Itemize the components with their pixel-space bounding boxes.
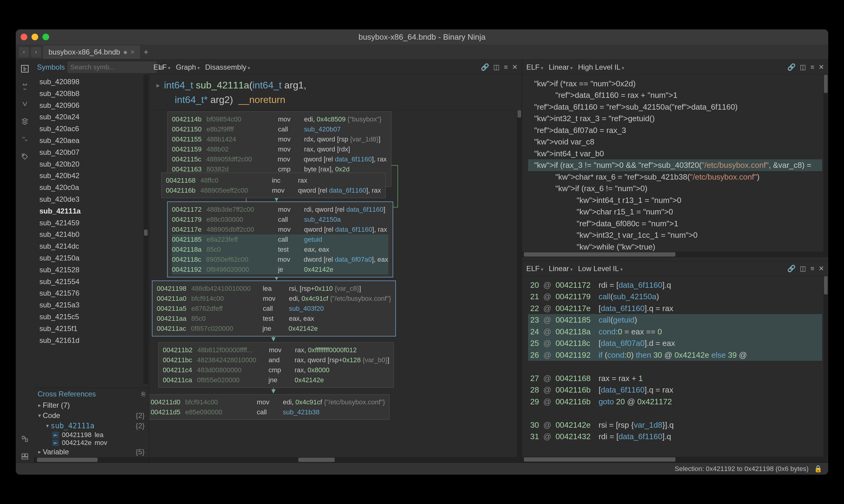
llil-line[interactable]: 22@0042117e[data_6f1160].q = rax [528, 303, 822, 314]
split-icon[interactable]: ◫ [800, 265, 806, 273]
close-pane-icon[interactable]: ✕ [819, 265, 824, 273]
asm-line[interactable]: 0042115c488905fdff2c00movqword [rel data… [172, 154, 387, 164]
symbol-item[interactable]: sub_4215a3 [34, 299, 149, 311]
symbol-item[interactable]: sub_42111a [34, 205, 149, 217]
symbol-item[interactable]: sub_420b07 [34, 147, 149, 158]
view-select[interactable]: Linear▾ [549, 63, 573, 71]
format-select[interactable]: ELF▾ [526, 265, 543, 273]
graph-vscroll[interactable] [517, 110, 522, 457]
menu-icon[interactable]: ≡ [810, 63, 814, 71]
llil-line[interactable]: 20@00421172rdi = [data_6f1160].q [528, 279, 822, 291]
split-icon[interactable]: ◫ [800, 63, 806, 71]
asm-line[interactable]: 0042117e488905dbff2c00movqword [rel data… [172, 224, 389, 234]
file-tab[interactable]: busybox-x86_64.bndb ● × [43, 46, 140, 59]
hlil-code[interactable]: "kw">if (*rax == "num">0x2d)"ref">data_6… [522, 75, 828, 252]
hlil-line[interactable]: "kw">char* rax_6 = "ref">sub_421b38("/et… [528, 171, 822, 183]
symbol-item[interactable]: sub_4215c5 [34, 311, 149, 323]
hlil-line[interactable]: "kw">int32_t var_1cc_1 = "num">0 [528, 229, 822, 241]
symbol-item[interactable]: sub_421528 [34, 264, 149, 276]
llil-line[interactable]: 23@00421185call(getuid) [528, 314, 822, 326]
llil-line[interactable]: 31@00421432rdi = [data_6f1160].q [528, 431, 822, 442]
xref-hscroll[interactable] [34, 457, 149, 463]
symbol-item[interactable]: sub_421459 [34, 217, 149, 229]
zoom-window-button[interactable] [42, 34, 49, 40]
symbol-item[interactable]: sub_42150a [34, 252, 149, 264]
xref-export-icon[interactable]: ⎘ [142, 391, 145, 398]
asm-line[interactable]: 004211d0bfcf914c00movedi, 0x4c91cf {"/et… [151, 397, 385, 407]
memory-map-icon[interactable] [19, 433, 31, 445]
minimize-window-button[interactable] [32, 34, 38, 40]
asm-line[interactable]: 00421185e8a223feffcallgetuid [172, 234, 389, 245]
pane-resizer[interactable]: ····· [522, 257, 828, 261]
xref-code-row[interactable]: ▾Code {2} [34, 410, 149, 421]
asm-line[interactable]: 00421150e8b2f9ffffcallsub_420b07 [172, 124, 387, 134]
close-window-button[interactable] [21, 34, 27, 40]
graph-block[interactable]: 0042116848ffc0incrax0042116b488905eeff2c… [161, 173, 385, 198]
llil-line[interactable]: 21@00421179call(sub_42150a) [528, 291, 822, 302]
symbols-scrollbar[interactable] [143, 75, 148, 384]
asm-line[interactable]: 004211a5e8762dfeffcallsub_403f20 [157, 304, 391, 313]
hlil-line[interactable]: "kw">int32_t rax_3 = "ref">getuid() [528, 113, 822, 124]
asm-line[interactable]: 0042114bbf09854c00movedi, 0x4c8509 {"bus… [172, 114, 387, 124]
hlil-line[interactable]: "ref">data_6f080c = "num">1 [528, 218, 822, 229]
console-icon[interactable] [19, 450, 31, 463]
hlil-line[interactable]: "kw">if (rax_3 != "num">0 && "ref">sub_4… [528, 159, 822, 171]
llil-line[interactable]: 27@00421168rax = rax + 1 [528, 373, 822, 384]
hlil-line[interactable]: "kw">char r15_1 = "num">0 [528, 206, 822, 217]
tags-icon[interactable] [19, 150, 31, 163]
hlil-line[interactable]: "ref">data_6f1160 = "ref">sub_42150a("re… [528, 101, 822, 113]
asm-line[interactable]: 00421179e88c030000callsub_42150a [172, 214, 389, 224]
llil-line[interactable]: 25@0042118c[data_6f07a0].d = eax [528, 337, 822, 349]
symbols-list[interactable]: sub_420898sub_4208b8sub_420906sub_420a24… [34, 75, 149, 384]
menu-icon[interactable]: ≡ [810, 265, 814, 273]
symbol-item[interactable]: sub_4214b0 [34, 229, 149, 240]
symbol-item[interactable]: sub_421554 [34, 276, 149, 288]
graph-block[interactable]: 00421172488b3de7ff2c00movrdi, qword [rel… [167, 202, 393, 277]
close-pane-icon[interactable]: ✕ [819, 63, 824, 71]
hlil-hscroll[interactable] [522, 252, 828, 257]
xref-code-fn-row[interactable]: ▾sub_42111a {2} [34, 421, 149, 431]
asm-line[interactable]: 00421155488b1424movrdx, qword [rsp {var_… [172, 134, 387, 144]
symbol-item[interactable]: sub_420b42 [34, 170, 149, 182]
hlil-line[interactable]: "kw">while ("kw">true) [528, 241, 822, 252]
hlil-line[interactable]: "kw">int64_t var_b0 [528, 148, 822, 159]
asm-line[interactable]: 004211d5e85e090000callsub_421b38 [151, 407, 385, 417]
llil-line[interactable]: 29@0042116bgoto 20 @ 0x421172 [528, 396, 822, 408]
llil-line[interactable]: 26@00421192if (cond:0) then 30 @ 0x42142… [528, 349, 822, 361]
llil-vscroll[interactable] [823, 276, 828, 457]
graph-block[interactable]: 004211d0bfcf914c00movedi, 0x4c91cf {"/et… [149, 394, 390, 420]
xref-filter-row[interactable]: ▸Filter (7) [34, 400, 149, 410]
llil-line[interactable]: 24@0042118acond:0 = eax == 0 [528, 326, 822, 337]
variables-icon[interactable] [19, 98, 31, 110]
add-tab-button[interactable]: + [144, 47, 149, 57]
il-select[interactable]: High Level IL▾ [578, 63, 624, 71]
symbol-item[interactable]: sub_4208b8 [34, 88, 149, 100]
lock-icon[interactable]: 🔒 [814, 465, 822, 473]
graph-block[interactable]: 004211b248b812f00000ffff...movrax, 0xfff… [158, 342, 394, 388]
hlil-line[interactable]: "kw">int64_t r13_1 = "num">0 [528, 195, 822, 206]
graph-hscroll[interactable] [149, 457, 522, 463]
llil-line[interactable]: 30@0042142ersi = [rsp {var_1d8}].q [528, 419, 822, 431]
asm-line[interactable]: 0042118c89050ef62c00movdword [rel data_6… [172, 254, 389, 265]
view-select[interactable]: Graph▾ [176, 63, 200, 71]
asm-line[interactable]: 004211bc4823842428010000andrax, qword [r… [163, 355, 389, 365]
xref-leaf[interactable]: ⇤ 00421198 lea [34, 431, 149, 439]
symbol-item[interactable]: sub_420a24 [34, 111, 149, 123]
symbol-item[interactable]: sub_42161d [34, 335, 149, 346]
symbol-item[interactable]: sub_420aea [34, 135, 149, 147]
graph-block[interactable]: 00421198488db42410010000learsi, [rsp+0x1… [152, 281, 396, 336]
asm-line[interactable]: 004211b248b812f00000ffff...movrax, 0xfff… [163, 345, 389, 355]
symbol-item[interactable]: sub_420de3 [34, 194, 149, 205]
format-select[interactable]: ELF▾ [153, 63, 170, 71]
llil-hscroll[interactable] [522, 457, 828, 462]
llil-line[interactable] [528, 361, 822, 372]
asm-line[interactable]: 004211ac0f857c020000jne0x42142e [157, 323, 391, 334]
asm-line[interactable]: 00421198488db42410010000learsi, [rsp+0x1… [157, 284, 391, 293]
asm-line[interactable]: 0042118a85c0testeax, eax [172, 245, 389, 254]
llil-code[interactable]: 20@00421172rdi = [data_6f1160].q21@00421… [522, 276, 828, 457]
nav-forward-button[interactable]: › [31, 47, 41, 57]
view-select[interactable]: Linear▾ [549, 265, 573, 273]
asm-line[interactable]: 0042116848ffc0incrax [166, 175, 381, 185]
xref-variable-row[interactable]: ▸Variable {5} [34, 447, 149, 457]
llil-line[interactable]: 28@0042116b[data_6f1160].q = rax [528, 384, 822, 396]
